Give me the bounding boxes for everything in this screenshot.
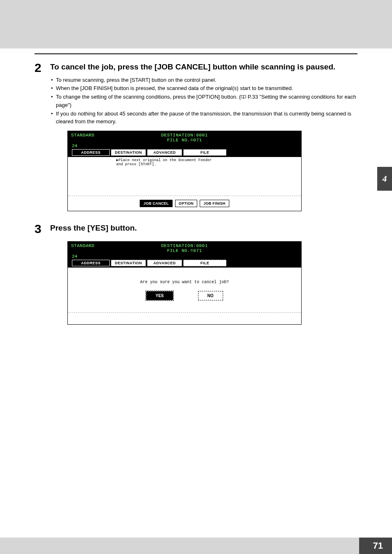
bullet-item: To resume scanning, press the [START] bu… [50,76,357,84]
step-2: 2 To cancel the job, press the [JOB CANC… [35,62,357,127]
tab-destination[interactable]: DESTINATION [111,149,146,156]
job-cancel-button[interactable]: JOB CANCEL [140,200,173,207]
lcd-tabs: ADDRESS DESTINATION ADVANCED FILE [71,148,298,156]
page-content: 2 To cancel the job, press the [JOB CANC… [35,53,357,336]
step-2-title: To cancel the job, press the [JOB CANCEL… [50,62,357,72]
header-gray-band [0,0,392,48]
bullet-item: To change the setting of the scanning co… [50,93,357,109]
lcd-body: ▶Place next original on the Document Fee… [68,157,301,196]
tab-advanced[interactable]: ADVANCED [147,260,182,266]
lcd-header: STANDARD DESTINATION:0001 XXXXXXXX FILE … [68,242,301,267]
no-button[interactable]: NO [198,291,223,300]
lcd-screen-2: STANDARD DESTINATION:0001 XXXXXXXX FILE … [67,241,302,325]
confirm-message: Are you sure you want to cancel job? [140,280,229,284]
lcd-counter: 24 [71,253,298,259]
tab-address[interactable]: ADDRESS [72,149,110,156]
lcd-header: STANDARD DESTINATION:0001 XXXXXXXX FILE … [68,131,301,157]
lcd-instruction-line2: and press [START]. [116,163,298,167]
lcd-file-no: FILE NO.=071 [71,138,298,143]
lcd-destination: DESTINATION:0001 [95,133,274,138]
confirm-buttons: YES NO [146,291,223,300]
chapter-tab: 4 [377,167,392,191]
tab-advanced[interactable]: ADVANCED [147,149,182,156]
page-number-box: 71 [359,538,392,554]
step-3: 3 Press the [YES] button. [35,223,357,238]
lcd-screen-1: STANDARD DESTINATION:0001 XXXXXXXX FILE … [67,131,302,211]
step-number: 3 [35,223,50,238]
tab-destination[interactable]: DESTINATION [111,260,146,266]
tab-file[interactable]: FILE [183,149,226,156]
bullet-item: When the [JOB FINISH] button is pressed,… [50,85,357,92]
top-rule [35,53,357,54]
lcd-mode: STANDARD [71,243,95,248]
chapter-number: 4 [383,173,387,184]
bullet-text-prefix: To change the setting of the scanning co… [56,94,241,100]
step-3-title: Press the [YES] button. [50,223,357,233]
option-button[interactable]: OPTION [175,200,197,207]
lcd-counter: 24 [71,143,298,148]
step-body: To cancel the job, press the [JOB CANCEL… [50,62,357,127]
lcd-confirm-body: Are you sure you want to cancel job? YES… [68,267,301,312]
step-body: Press the [YES] button. [50,223,357,238]
step-number: 2 [35,62,50,127]
lcd-softkeys: JOB CANCEL OPTION JOB FINISH [68,196,301,211]
job-finish-button[interactable]: JOB FINISH [200,200,229,207]
lcd-destination: DESTINATION:0001 [95,243,274,248]
lcd-tabs: ADDRESS DESTINATION ADVANCED FILE [71,259,298,266]
footer-bar [0,538,359,554]
tab-file[interactable]: FILE [183,260,226,266]
step-2-bullets: To resume scanning, press the [START] bu… [50,76,357,126]
bullet-item: If you do nothing for about 45 seconds a… [50,110,357,126]
page-number: 71 [373,540,383,551]
lcd-mode: STANDARD [71,133,95,138]
yes-button[interactable]: YES [146,291,173,300]
book-icon [241,94,246,102]
lcd-file-no: FILE NO.=071 [71,248,298,253]
lcd-footer-blank [68,313,301,324]
tab-address[interactable]: ADDRESS [72,260,110,266]
